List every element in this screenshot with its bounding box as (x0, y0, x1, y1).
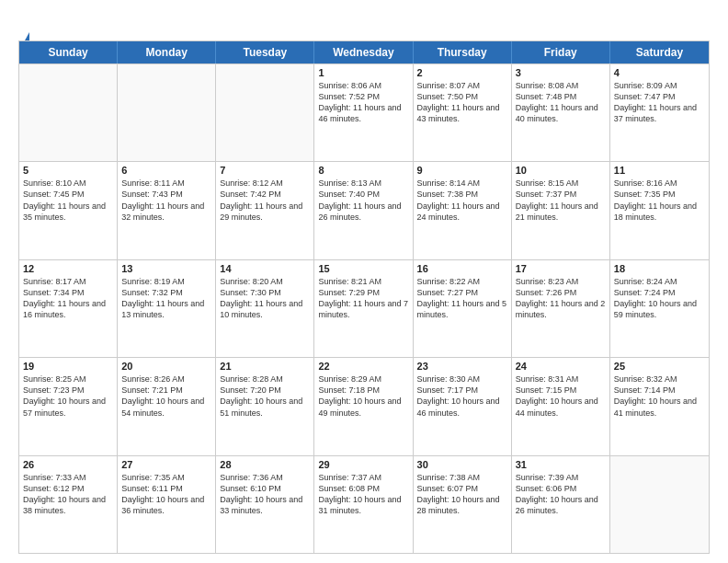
cell-date-number: 14 (220, 263, 310, 274)
cell-info: Sunrise: 8:11 AMSunset: 7:43 PMDaylight:… (121, 178, 211, 223)
calendar-cell: 28Sunrise: 7:36 AMSunset: 6:10 PMDayligh… (216, 456, 314, 553)
header-day-sunday: Sunday (19, 41, 118, 63)
cell-info: Sunrise: 8:06 AMSunset: 7:52 PMDaylight:… (318, 80, 408, 125)
cell-info: Sunrise: 8:23 AMSunset: 7:26 PMDaylight:… (516, 276, 606, 321)
cell-date-number: 19 (23, 361, 113, 372)
calendar-cell: 30Sunrise: 7:38 AMSunset: 6:07 PMDayligh… (414, 456, 512, 553)
cell-date-number: 28 (220, 459, 310, 470)
calendar-cell: 14Sunrise: 8:20 AMSunset: 7:30 PMDayligh… (216, 260, 314, 357)
cell-date-number: 1 (318, 67, 408, 78)
calendar-cell: 8Sunrise: 8:13 AMSunset: 7:40 PMDaylight… (314, 162, 413, 259)
cell-date-number: 5 (23, 165, 113, 176)
calendar-cell: 16Sunrise: 8:22 AMSunset: 7:27 PMDayligh… (414, 260, 512, 357)
header-day-friday: Friday (512, 41, 610, 63)
cell-info: Sunrise: 7:36 AMSunset: 6:10 PMDaylight:… (220, 472, 310, 517)
cell-date-number: 13 (121, 263, 211, 274)
cell-info: Sunrise: 8:30 AMSunset: 7:17 PMDaylight:… (417, 373, 507, 419)
cell-info: Sunrise: 8:13 AMSunset: 7:40 PMDaylight:… (318, 178, 408, 223)
cell-info: Sunrise: 8:21 AMSunset: 7:29 PMDaylight:… (318, 276, 408, 321)
cell-date-number: 22 (318, 361, 408, 372)
calendar-cell: 22Sunrise: 8:29 AMSunset: 7:18 PMDayligh… (314, 358, 413, 454)
cell-date-number: 7 (220, 165, 310, 176)
cell-date-number: 12 (23, 263, 113, 274)
cell-info: Sunrise: 8:24 AMSunset: 7:24 PMDaylight:… (614, 276, 705, 321)
cell-date-number: 8 (318, 165, 408, 176)
calendar-cell (118, 64, 216, 161)
cell-info: Sunrise: 8:08 AMSunset: 7:48 PMDaylight:… (516, 80, 606, 125)
cell-date-number: 30 (417, 459, 507, 470)
cell-info: Sunrise: 7:33 AMSunset: 6:12 PMDaylight:… (23, 472, 113, 517)
cell-date-number: 18 (614, 263, 705, 274)
cell-date-number: 17 (516, 263, 606, 274)
cell-info: Sunrise: 8:22 AMSunset: 7:27 PMDaylight:… (417, 276, 507, 321)
cell-info: Sunrise: 7:39 AMSunset: 6:06 PMDaylight:… (516, 472, 606, 517)
calendar-cell: 29Sunrise: 7:37 AMSunset: 6:08 PMDayligh… (314, 456, 413, 553)
cell-info: Sunrise: 8:17 AMSunset: 7:34 PMDaylight:… (23, 276, 113, 321)
calendar-cell (216, 64, 314, 161)
logo (18, 15, 29, 33)
cell-date-number: 16 (417, 263, 507, 274)
calendar-body: 1Sunrise: 8:06 AMSunset: 7:52 PMDaylight… (19, 63, 709, 553)
cell-date-number: 29 (318, 459, 408, 470)
cell-info: Sunrise: 8:29 AMSunset: 7:18 PMDaylight:… (318, 373, 408, 419)
cell-date-number: 26 (23, 459, 113, 470)
calendar-row-3: 19Sunrise: 8:25 AMSunset: 7:23 PMDayligh… (19, 357, 709, 454)
cell-date-number: 9 (417, 165, 507, 176)
cell-date-number: 27 (121, 459, 211, 470)
calendar-cell (610, 456, 709, 553)
calendar-cell: 5Sunrise: 8:10 AMSunset: 7:45 PMDaylight… (19, 162, 118, 259)
calendar-cell (19, 64, 118, 161)
calendar-cell: 20Sunrise: 8:26 AMSunset: 7:21 PMDayligh… (118, 358, 216, 454)
cell-date-number: 23 (417, 361, 507, 372)
cell-date-number: 10 (516, 165, 606, 176)
cell-info: Sunrise: 7:37 AMSunset: 6:08 PMDaylight:… (318, 472, 408, 517)
page: SundayMondayTuesdayWednesdayThursdayFrid… (0, 0, 728, 563)
cell-date-number: 25 (614, 361, 705, 372)
calendar-cell: 31Sunrise: 7:39 AMSunset: 6:06 PMDayligh… (512, 456, 610, 553)
cell-info: Sunrise: 8:28 AMSunset: 7:20 PMDaylight:… (220, 373, 310, 419)
calendar-cell: 4Sunrise: 8:09 AMSunset: 7:47 PMDaylight… (610, 64, 709, 161)
calendar-cell: 1Sunrise: 8:06 AMSunset: 7:52 PMDaylight… (314, 64, 413, 161)
calendar-cell: 10Sunrise: 8:15 AMSunset: 7:37 PMDayligh… (512, 162, 610, 259)
calendar-cell: 19Sunrise: 8:25 AMSunset: 7:23 PMDayligh… (19, 358, 118, 454)
cell-date-number: 31 (516, 459, 606, 470)
calendar-cell: 7Sunrise: 8:12 AMSunset: 7:42 PMDaylight… (216, 162, 314, 259)
cell-date-number: 6 (121, 165, 211, 176)
calendar-cell: 27Sunrise: 7:35 AMSunset: 6:11 PMDayligh… (118, 456, 216, 553)
cell-date-number: 15 (318, 263, 408, 274)
header-day-thursday: Thursday (414, 41, 512, 63)
cell-date-number: 3 (516, 67, 606, 78)
calendar-cell: 12Sunrise: 8:17 AMSunset: 7:34 PMDayligh… (19, 260, 118, 357)
cell-info: Sunrise: 7:38 AMSunset: 6:07 PMDaylight:… (417, 472, 507, 517)
cell-date-number: 21 (220, 361, 310, 372)
calendar-cell: 15Sunrise: 8:21 AMSunset: 7:29 PMDayligh… (314, 260, 413, 357)
cell-info: Sunrise: 8:32 AMSunset: 7:14 PMDaylight:… (614, 373, 705, 419)
cell-info: Sunrise: 8:09 AMSunset: 7:47 PMDaylight:… (614, 80, 705, 125)
calendar-header: SundayMondayTuesdayWednesdayThursdayFrid… (19, 41, 709, 63)
cell-info: Sunrise: 8:10 AMSunset: 7:45 PMDaylight:… (23, 178, 113, 223)
cell-date-number: 4 (614, 67, 705, 78)
cell-date-number: 24 (516, 361, 606, 372)
cell-info: Sunrise: 8:31 AMSunset: 7:15 PMDaylight:… (516, 373, 606, 419)
header-day-saturday: Saturday (610, 41, 709, 63)
cell-info: Sunrise: 8:26 AMSunset: 7:21 PMDaylight:… (121, 373, 211, 419)
logo-text-block (18, 15, 29, 33)
cell-info: Sunrise: 7:35 AMSunset: 6:11 PMDaylight:… (121, 472, 211, 517)
calendar-cell: 26Sunrise: 7:33 AMSunset: 6:12 PMDayligh… (19, 456, 118, 553)
cell-date-number: 2 (417, 67, 507, 78)
cell-date-number: 11 (614, 165, 705, 176)
cell-info: Sunrise: 8:15 AMSunset: 7:37 PMDaylight:… (516, 178, 606, 223)
cell-info: Sunrise: 8:25 AMSunset: 7:23 PMDaylight:… (23, 373, 113, 419)
cell-info: Sunrise: 8:12 AMSunset: 7:42 PMDaylight:… (220, 178, 310, 223)
calendar-cell: 3Sunrise: 8:08 AMSunset: 7:48 PMDaylight… (512, 64, 610, 161)
cell-info: Sunrise: 8:14 AMSunset: 7:38 PMDaylight:… (417, 178, 507, 223)
calendar-cell: 25Sunrise: 8:32 AMSunset: 7:14 PMDayligh… (610, 358, 709, 454)
calendar-cell: 6Sunrise: 8:11 AMSunset: 7:43 PMDaylight… (118, 162, 216, 259)
cell-date-number: 20 (121, 361, 211, 372)
calendar-cell: 11Sunrise: 8:16 AMSunset: 7:35 PMDayligh… (610, 162, 709, 259)
calendar: SundayMondayTuesdayWednesdayThursdayFrid… (18, 40, 710, 554)
calendar-cell: 23Sunrise: 8:30 AMSunset: 7:17 PMDayligh… (414, 358, 512, 454)
calendar-row-1: 5Sunrise: 8:10 AMSunset: 7:45 PMDaylight… (19, 161, 709, 259)
cell-info: Sunrise: 8:20 AMSunset: 7:30 PMDaylight:… (220, 276, 310, 321)
calendar-cell: 18Sunrise: 8:24 AMSunset: 7:24 PMDayligh… (610, 260, 709, 357)
